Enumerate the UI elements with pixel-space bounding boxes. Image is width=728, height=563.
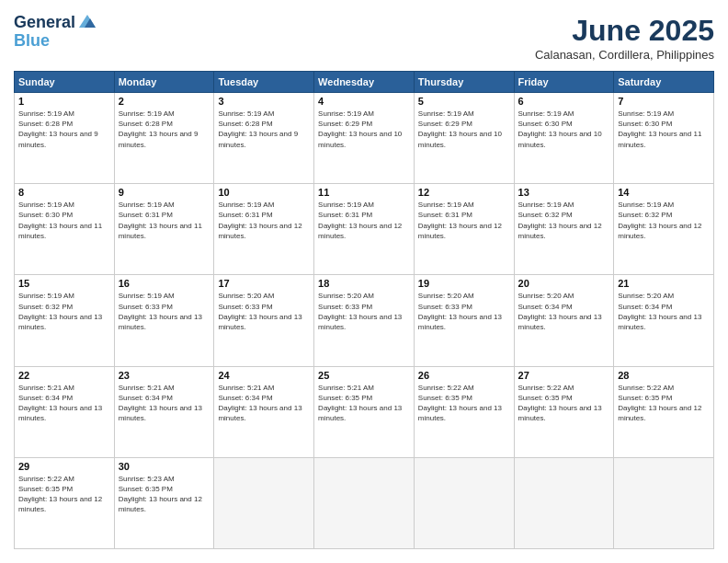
- day-24: 24 Sunrise: 5:21 AMSunset: 6:34 PMDaylig…: [214, 366, 314, 457]
- day-9: 9 Sunrise: 5:19 AMSunset: 6:31 PMDayligh…: [114, 184, 214, 275]
- week-row-4: 22 Sunrise: 5:21 AMSunset: 6:34 PMDaylig…: [15, 366, 714, 457]
- day-30: 30 Sunrise: 5:23 AMSunset: 6:35 PMDaylig…: [114, 457, 214, 548]
- day-11: 11 Sunrise: 5:19 AMSunset: 6:31 PMDaylig…: [314, 184, 415, 275]
- day-22: 22 Sunrise: 5:21 AMSunset: 6:34 PMDaylig…: [15, 366, 115, 457]
- col-saturday: Saturday: [614, 72, 714, 93]
- day-14: 14 Sunrise: 5:19 AMSunset: 6:32 PMDaylig…: [614, 184, 714, 275]
- day-7: 7 Sunrise: 5:19 AMSunset: 6:30 PMDayligh…: [614, 93, 714, 184]
- empty-cell-5: [614, 457, 714, 548]
- empty-cell-2: [314, 457, 415, 548]
- location: Calanasan, Cordillera, Philippines: [535, 48, 714, 62]
- day-12: 12 Sunrise: 5:19 AMSunset: 6:31 PMDaylig…: [414, 184, 514, 275]
- day-23: 23 Sunrise: 5:21 AMSunset: 6:34 PMDaylig…: [114, 366, 214, 457]
- logo-icon: [77, 13, 97, 29]
- day-25: 25 Sunrise: 5:21 AMSunset: 6:35 PMDaylig…: [314, 366, 415, 457]
- day-10: 10 Sunrise: 5:19 AMSunset: 6:31 PMDaylig…: [214, 184, 314, 275]
- day-6: 6 Sunrise: 5:19 AMSunset: 6:30 PMDayligh…: [514, 93, 614, 184]
- page: General Blue June 2025 Calanasan, Cordil…: [0, 0, 728, 563]
- day-15: 15 Sunrise: 5:19 AMSunset: 6:32 PMDaylig…: [15, 275, 115, 366]
- day-21: 21 Sunrise: 5:20 AMSunset: 6:34 PMDaylig…: [614, 275, 714, 366]
- day-13: 13 Sunrise: 5:19 AMSunset: 6:32 PMDaylig…: [514, 184, 614, 275]
- logo-text: General: [14, 14, 75, 32]
- logo: General Blue: [14, 14, 97, 51]
- col-wednesday: Wednesday: [314, 72, 415, 93]
- week-row-1: 1 Sunrise: 5:19 AMSunset: 6:28 PMDayligh…: [15, 93, 714, 184]
- col-friday: Friday: [514, 72, 614, 93]
- week-row-3: 15 Sunrise: 5:19 AMSunset: 6:32 PMDaylig…: [15, 275, 714, 366]
- day-19: 19 Sunrise: 5:20 AMSunset: 6:33 PMDaylig…: [414, 275, 514, 366]
- day-3: 3 Sunrise: 5:19 AMSunset: 6:28 PMDayligh…: [214, 93, 314, 184]
- col-monday: Monday: [114, 72, 214, 93]
- week-row-5: 29 Sunrise: 5:22 AMSunset: 6:35 PMDaylig…: [15, 457, 714, 548]
- week-row-2: 8 Sunrise: 5:19 AMSunset: 6:30 PMDayligh…: [15, 184, 714, 275]
- logo-text-blue: Blue: [14, 32, 50, 51]
- day-4: 4 Sunrise: 5:19 AMSunset: 6:29 PMDayligh…: [314, 93, 415, 184]
- empty-cell-4: [514, 457, 614, 548]
- header: General Blue June 2025 Calanasan, Cordil…: [14, 14, 714, 62]
- empty-cell-3: [414, 457, 514, 548]
- col-thursday: Thursday: [414, 72, 514, 93]
- day-17: 17 Sunrise: 5:20 AMSunset: 6:33 PMDaylig…: [214, 275, 314, 366]
- day-2: 2 Sunrise: 5:19 AMSunset: 6:28 PMDayligh…: [114, 93, 214, 184]
- day-20: 20 Sunrise: 5:20 AMSunset: 6:34 PMDaylig…: [514, 275, 614, 366]
- col-tuesday: Tuesday: [214, 72, 314, 93]
- day-28: 28 Sunrise: 5:22 AMSunset: 6:35 PMDaylig…: [614, 366, 714, 457]
- col-sunday: Sunday: [15, 72, 115, 93]
- day-8: 8 Sunrise: 5:19 AMSunset: 6:30 PMDayligh…: [15, 184, 115, 275]
- calendar-table: Sunday Monday Tuesday Wednesday Thursday…: [14, 71, 714, 549]
- day-18: 18 Sunrise: 5:20 AMSunset: 6:33 PMDaylig…: [314, 275, 415, 366]
- day-26: 26 Sunrise: 5:22 AMSunset: 6:35 PMDaylig…: [414, 366, 514, 457]
- day-29: 29 Sunrise: 5:22 AMSunset: 6:35 PMDaylig…: [15, 457, 115, 548]
- month-year: June 2025: [535, 14, 714, 48]
- day-5: 5 Sunrise: 5:19 AMSunset: 6:29 PMDayligh…: [414, 93, 514, 184]
- day-1: 1 Sunrise: 5:19 AMSunset: 6:28 PMDayligh…: [15, 93, 115, 184]
- empty-cell-1: [214, 457, 314, 548]
- day-27: 27 Sunrise: 5:22 AMSunset: 6:35 PMDaylig…: [514, 366, 614, 457]
- title-block: June 2025 Calanasan, Cordillera, Philipp…: [535, 14, 714, 62]
- day-16: 16 Sunrise: 5:19 AMSunset: 6:33 PMDaylig…: [114, 275, 214, 366]
